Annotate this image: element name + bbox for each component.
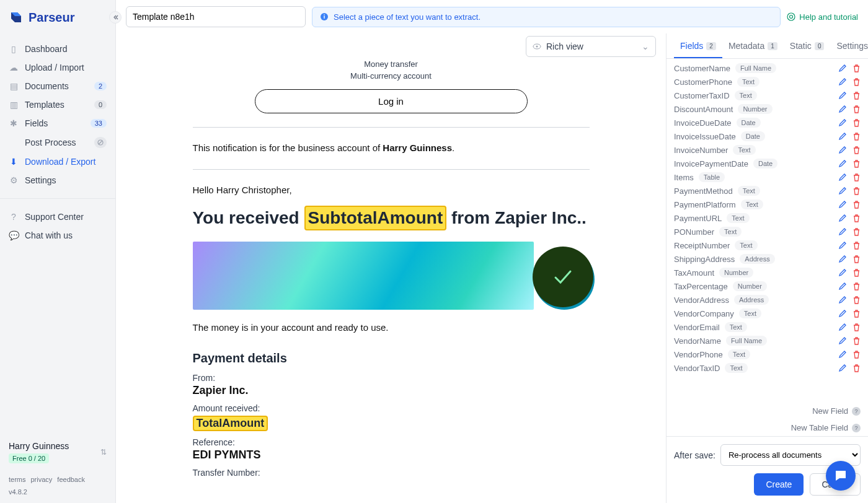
delete-icon[interactable] — [852, 310, 861, 318]
field-row[interactable]: CustomerTaxIDText — [674, 89, 861, 102]
field-row[interactable]: InvoiceDueDateDate — [674, 116, 861, 129]
tab-static[interactable]: Static0 — [784, 33, 831, 58]
footer-link[interactable]: terms — [9, 476, 26, 483]
document-area[interactable]: Rich view ⌄ Money transfer Multi-currenc… — [116, 33, 666, 503]
edit-icon[interactable] — [838, 133, 846, 141]
delete-icon[interactable] — [852, 201, 861, 209]
delete-icon[interactable] — [852, 92, 861, 100]
edit-icon[interactable] — [838, 242, 846, 250]
delete-icon[interactable] — [852, 255, 861, 263]
field-row[interactable]: ItemsTable — [674, 170, 861, 184]
sidebar-item-fields[interactable]: ✱Fields33 — [0, 114, 115, 133]
edit-icon[interactable] — [838, 119, 846, 127]
user-block[interactable]: Harry Guinness Free 0 / 20 ⇅ — [9, 437, 107, 467]
delete-icon[interactable] — [852, 133, 861, 141]
view-selector[interactable]: Rich view ⌄ — [526, 36, 656, 57]
field-row[interactable]: TaxAmountNumber — [674, 266, 861, 279]
tab-fields[interactable]: Fields2 — [674, 33, 722, 58]
field-row[interactable]: VendorCompanyText — [674, 307, 861, 320]
field-row[interactable]: PaymentMethodText — [674, 184, 861, 198]
total-chip[interactable]: TotalAmount — [193, 416, 268, 431]
new-table-field-link[interactable]: New Table Field? — [666, 419, 868, 436]
delete-icon[interactable] — [852, 146, 861, 154]
template-name-input[interactable] — [126, 6, 306, 27]
edit-icon[interactable] — [838, 351, 846, 359]
subtotal-chip[interactable]: SubtotalAmount — [304, 206, 447, 230]
edit-icon[interactable] — [838, 310, 846, 318]
field-row[interactable]: InvoiceIssueDateDate — [674, 129, 861, 143]
tab-settings[interactable]: Settings — [830, 33, 868, 58]
edit-icon[interactable] — [838, 323, 846, 331]
logo[interactable]: Parseur — [0, 0, 115, 35]
field-row[interactable]: TaxPercentageNumber — [674, 279, 861, 293]
sidebar-item-documents[interactable]: ▤Documents2 — [0, 77, 115, 95]
edit-icon[interactable] — [838, 173, 846, 182]
login-button[interactable]: Log in — [255, 89, 528, 113]
field-row[interactable]: InvoicePaymentDateDate — [674, 157, 861, 170]
sidebar-item-templates[interactable]: ▥Templates0 — [0, 95, 115, 114]
delete-icon[interactable] — [852, 351, 861, 359]
delete-icon[interactable] — [852, 105, 861, 113]
field-row[interactable]: DiscountAmountNumber — [674, 102, 861, 116]
chat-bubble[interactable] — [826, 461, 856, 491]
delete-icon[interactable] — [852, 160, 861, 168]
edit-icon[interactable] — [838, 78, 846, 86]
sidebar-item-upload-import[interactable]: ☁Upload / Import — [0, 58, 115, 77]
field-row[interactable]: VendorAddressAddress — [674, 293, 861, 307]
edit-icon[interactable] — [838, 160, 846, 168]
delete-icon[interactable] — [852, 242, 861, 250]
field-row[interactable]: InvoiceNumberText — [674, 143, 861, 157]
edit-icon[interactable] — [838, 364, 846, 372]
edit-icon[interactable] — [838, 92, 846, 100]
edit-icon[interactable] — [838, 228, 846, 236]
field-row[interactable]: VendorPhoneText — [674, 348, 861, 361]
sidebar-item-support-center[interactable]: ?Support Center — [0, 208, 115, 226]
footer-link[interactable]: privacy — [31, 476, 53, 483]
delete-icon[interactable] — [852, 296, 861, 304]
field-row[interactable]: VendorNameFull Name — [674, 334, 861, 348]
field-row[interactable]: VendorTaxIDText — [674, 361, 861, 375]
delete-icon[interactable] — [852, 228, 861, 236]
field-row[interactable]: VendorEmailText — [674, 320, 861, 334]
sidebar-item-dashboard[interactable]: ▯Dashboard — [0, 40, 115, 58]
delete-icon[interactable] — [852, 119, 861, 127]
collapse-sidebar-button[interactable] — [109, 11, 122, 24]
edit-icon[interactable] — [838, 337, 846, 345]
delete-icon[interactable] — [852, 269, 861, 277]
field-row[interactable]: PONumberText — [674, 225, 861, 238]
edit-icon[interactable] — [838, 201, 846, 209]
sidebar-item-post-process[interactable]: Post Process — [0, 133, 115, 152]
edit-icon[interactable] — [838, 214, 846, 222]
delete-icon[interactable] — [852, 64, 861, 72]
edit-icon[interactable] — [838, 146, 846, 154]
field-row[interactable]: CustomerNameFull Name — [674, 61, 861, 75]
edit-icon[interactable] — [838, 255, 846, 263]
field-row[interactable]: PaymentPlatformText — [674, 198, 861, 211]
delete-icon[interactable] — [852, 187, 861, 195]
delete-icon[interactable] — [852, 173, 861, 182]
delete-icon[interactable] — [852, 323, 861, 331]
field-row[interactable]: CustomerPhoneText — [674, 75, 861, 89]
field-row[interactable]: ReceiptNumberText — [674, 238, 861, 252]
edit-icon[interactable] — [838, 269, 846, 277]
delete-icon[interactable] — [852, 282, 861, 291]
edit-icon[interactable] — [838, 64, 846, 72]
create-button[interactable]: Create — [754, 473, 804, 496]
sidebar-item-download-export[interactable]: ⬇Download / Export — [0, 152, 115, 171]
delete-icon[interactable] — [852, 214, 861, 222]
field-row[interactable]: PaymentURLText — [674, 211, 861, 225]
delete-icon[interactable] — [852, 78, 861, 86]
footer-link[interactable]: v4.8.2 — [9, 488, 27, 496]
help-link[interactable]: Help and tutorial — [787, 12, 858, 22]
sidebar-item-settings[interactable]: ⚙Settings — [0, 171, 115, 190]
footer-link[interactable]: feedback — [57, 476, 85, 483]
help-icon[interactable]: ? — [852, 407, 861, 416]
tab-metadata[interactable]: Metadata1 — [722, 33, 784, 58]
field-row[interactable]: ShippingAddressAddress — [674, 252, 861, 266]
sidebar-item-chat-with-us[interactable]: 💬Chat with us — [0, 226, 115, 245]
edit-icon[interactable] — [838, 187, 846, 195]
edit-icon[interactable] — [838, 296, 846, 304]
delete-icon[interactable] — [852, 364, 861, 372]
new-field-link[interactable]: New Field? — [666, 403, 868, 419]
updown-icon[interactable]: ⇅ — [100, 448, 107, 457]
